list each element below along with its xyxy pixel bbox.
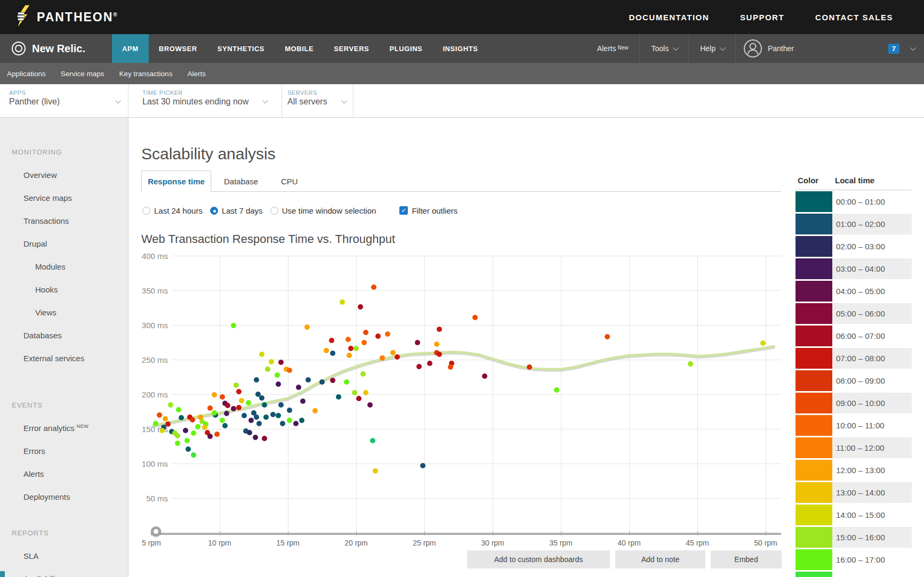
scatter-point bbox=[299, 418, 304, 423]
legend-time-label: 03:00 – 04:00 bbox=[832, 258, 912, 279]
sidebar-item-errors[interactable]: Errors bbox=[0, 440, 128, 462]
legend-row: 15:00 – 16:00 bbox=[796, 527, 912, 549]
nav-item-insights[interactable]: INSIGHTS bbox=[432, 34, 488, 63]
sidebar-item-transactions[interactable]: Transactions bbox=[0, 209, 128, 232]
radio-last-24-hours[interactable]: Last 24 hours bbox=[142, 206, 203, 215]
scatter-point bbox=[262, 402, 267, 408]
pantheon-logo: PANTHEON® bbox=[14, 5, 117, 29]
subnav-item-alerts[interactable]: Alerts bbox=[187, 70, 206, 78]
scatter-point bbox=[344, 379, 349, 385]
account-name: Panther bbox=[768, 44, 794, 53]
button-embed[interactable]: Embed bbox=[711, 550, 782, 568]
scatter-point bbox=[207, 434, 213, 439]
account-menu-item[interactable]: Panther bbox=[735, 34, 805, 63]
scatter-point bbox=[760, 340, 766, 346]
scatter-point bbox=[224, 411, 229, 416]
legend-time-label: 14:00 – 15:00 bbox=[832, 505, 912, 525]
sidebar-item-error-analytics[interactable]: Error analyticsNEW bbox=[0, 417, 128, 440]
scatter-point bbox=[415, 340, 420, 345]
scatter-point bbox=[175, 441, 180, 446]
subnav-item-applications[interactable]: Applications bbox=[7, 70, 46, 78]
subnav-item-service-maps[interactable]: Service maps bbox=[61, 70, 105, 78]
legend-color-swatch bbox=[796, 460, 832, 481]
button-add-to-custom-dashboards[interactable]: Add to custom dashboards bbox=[467, 550, 610, 568]
sidebar-item-deployments[interactable]: Deployments bbox=[0, 485, 128, 508]
sidebar-item-modules[interactable]: Modules bbox=[0, 255, 128, 278]
radio-label: Use time window selection bbox=[282, 206, 376, 215]
legend-row: 01:00 – 02:00 bbox=[796, 214, 912, 236]
legend-row: 12:00 – 13:00 bbox=[796, 460, 912, 482]
x-axis-label: 45 rpm bbox=[686, 539, 709, 547]
scatter-point bbox=[246, 400, 251, 405]
sidebar-item-alerts[interactable]: Alerts bbox=[0, 462, 128, 485]
radio-use-time-window-selection[interactable]: Use time window selection bbox=[270, 206, 376, 215]
nav-item-plugins[interactable]: PLUGINS bbox=[379, 34, 432, 63]
newrelic-brand: New Relic. bbox=[32, 34, 85, 63]
sidebar-item-views[interactable]: Views bbox=[0, 301, 128, 324]
legend-color-swatch bbox=[796, 527, 832, 548]
legend-time-label: 04:00 – 05:00 bbox=[832, 281, 912, 302]
servers-selector[interactable]: SERVERS All servers bbox=[282, 84, 353, 117]
scatter-point bbox=[416, 364, 422, 369]
legend-color-swatch bbox=[796, 415, 832, 436]
tab-response-time[interactable]: Response time bbox=[141, 170, 211, 192]
nav-item-browser[interactable]: BROWSER bbox=[149, 34, 207, 63]
scatter-point bbox=[254, 377, 259, 383]
scatter-point bbox=[234, 383, 239, 388]
tab-database[interactable]: Database bbox=[224, 170, 258, 192]
tools-menu-item[interactable]: Tools bbox=[639, 34, 688, 63]
nav-item-mobile[interactable]: MOBILE bbox=[275, 34, 324, 63]
radio-last-7-days[interactable]: Last 7 days bbox=[210, 206, 263, 215]
scatter-point bbox=[373, 468, 378, 474]
legend-row: 13:00 – 14:00 bbox=[796, 482, 912, 505]
tab-cpu[interactable]: CPU bbox=[281, 170, 298, 192]
button-add-to-note[interactable]: Add to note bbox=[615, 550, 705, 568]
nav-item-servers[interactable]: SERVERS bbox=[324, 34, 379, 63]
chart-action-buttons: Add to custom dashboardsAdd to noteEmbed bbox=[467, 550, 782, 568]
legend-row: 14:00 – 15:00 bbox=[796, 505, 912, 527]
header-link-documentation[interactable]: DOCUMENTATION bbox=[629, 13, 709, 22]
sidebar-item-overview[interactable]: Overview bbox=[0, 164, 128, 186]
apps-selector[interactable]: APPS Panther (live) bbox=[0, 84, 128, 117]
checkbox-filter-outliers[interactable]: ✓Filter outliers bbox=[399, 206, 457, 215]
legend-time-label: 01:00 – 02:00 bbox=[832, 214, 912, 234]
scatter-point bbox=[554, 387, 559, 393]
sidebar-item-external-services[interactable]: External services bbox=[0, 347, 128, 370]
subnav-item-key-transactions[interactable]: Key transactions bbox=[119, 70, 173, 78]
sidebar-item-hooks[interactable]: Hooks bbox=[0, 278, 128, 301]
apm-subnav: ApplicationsService mapsKey transactions… bbox=[0, 63, 924, 84]
sidebar-item-sla[interactable]: SLA bbox=[0, 545, 128, 567]
header-link-support[interactable]: SUPPORT bbox=[740, 13, 784, 22]
scatter-point bbox=[346, 337, 351, 342]
nav-item-apm[interactable]: APM bbox=[112, 34, 149, 63]
gridline-y bbox=[172, 429, 781, 429]
sidebar-item-databases[interactable]: Databases bbox=[0, 324, 128, 347]
legend-color-swatch bbox=[796, 326, 832, 346]
scatter-point bbox=[179, 415, 184, 420]
sidebar-item-drupal[interactable]: Drupal bbox=[0, 232, 128, 255]
time-picker-selector[interactable]: TIME PICKER Last 30 minutes ending now bbox=[128, 84, 282, 117]
radio-label: Last 24 hours bbox=[154, 206, 203, 215]
alerts-menu-item[interactable]: AlertsNew bbox=[586, 34, 640, 63]
notification-menu[interactable]: 7 bbox=[888, 34, 914, 63]
gridline-x bbox=[561, 256, 561, 535]
help-menu-item[interactable]: Help bbox=[688, 34, 735, 63]
legend-time-label: 16:00 – 17:00 bbox=[832, 549, 912, 570]
scatter-point bbox=[176, 407, 181, 412]
nav-item-synthetics[interactable]: SYNTHETICS bbox=[207, 34, 275, 63]
scatter-point bbox=[254, 415, 259, 420]
throughput-slider-handle[interactable] bbox=[151, 526, 161, 537]
header-link-contact-sales[interactable]: CONTACT SALES bbox=[815, 13, 893, 22]
sidebar-scrollbar-thumb[interactable] bbox=[0, 571, 5, 577]
scatter-point bbox=[330, 351, 335, 356]
legend-color-swatch bbox=[796, 191, 832, 212]
scatter-point bbox=[222, 423, 228, 428]
scatter-point bbox=[259, 395, 264, 401]
legend-color-swatch bbox=[796, 348, 832, 369]
sidebar-item-service-maps[interactable]: Service maps bbox=[0, 186, 128, 209]
chevron-down-icon bbox=[720, 45, 726, 51]
legend-row: 10:00 – 11:00 bbox=[796, 415, 912, 437]
throughput-slider-track[interactable] bbox=[151, 533, 781, 535]
sidebar-item-availability[interactable]: Availability bbox=[0, 567, 128, 577]
gridline-y bbox=[172, 325, 781, 326]
